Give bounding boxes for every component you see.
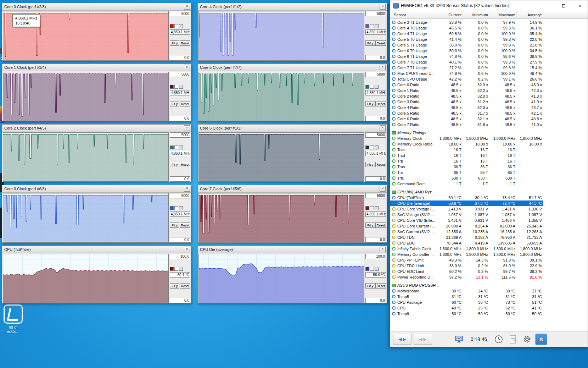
fit-y-button[interactable]: Fit y xyxy=(170,162,179,167)
series-color-swatch[interactable] xyxy=(365,206,369,210)
sensor-row[interactable]: Tcas16 T16 T16 T xyxy=(390,147,588,153)
minimize-button[interactable] xyxy=(540,0,556,11)
reset-button[interactable]: Reset xyxy=(180,283,190,289)
sensor-row[interactable]: Tras36 T36 T36 T xyxy=(390,164,588,170)
scale-min-field[interactable]: 0.0 xyxy=(365,237,386,242)
graph-window-titlebar[interactable]: Core 5 Clock (perf #7/7)× xyxy=(198,64,387,71)
reset-button[interactable]: Reset xyxy=(375,283,386,289)
graph-plot-area[interactable] xyxy=(198,193,364,242)
scale-max-field[interactable]: 5000 xyxy=(365,11,386,16)
scale-max-field[interactable]: 5000 xyxy=(170,11,190,16)
close-icon[interactable]: × xyxy=(380,247,386,252)
sensor-row[interactable]: Trfc630 T630 T630 T xyxy=(390,175,588,181)
scale-min-field[interactable]: 0.0 xyxy=(365,298,386,303)
series-color-swatch[interactable] xyxy=(365,145,369,149)
series-color-swatch[interactable] xyxy=(365,267,369,271)
sensor-row[interactable]: Temp950 °C50 °C50 °C50 °C xyxy=(390,311,588,317)
scale-min-field[interactable]: 0.0 xyxy=(365,116,386,121)
graph-plot-area[interactable] xyxy=(3,254,169,303)
sensor-row[interactable]: Core 4 T0 Usage45.5 %0.0 %99.3 %36.1 % xyxy=(390,25,588,31)
sensor-row[interactable]: Core 3 T1 Usage23.8 %0.0 %97.9 %14.9 % xyxy=(390,20,588,25)
background-color-swatch[interactable] xyxy=(370,145,374,149)
close-icon[interactable]: × xyxy=(184,4,190,10)
graph-window-titlebar[interactable]: Core 4 Clock (perf #1/2)× xyxy=(198,3,387,11)
grid-color-swatch[interactable] xyxy=(375,206,379,210)
background-color-swatch[interactable] xyxy=(370,267,374,271)
graph-plot-area[interactable] xyxy=(198,11,364,60)
close-icon[interactable]: × xyxy=(380,125,386,131)
sensor-row[interactable]: Trcd16 T16 T16 T xyxy=(390,153,588,158)
fit-y-button[interactable]: Fit y xyxy=(170,283,179,289)
close-button[interactable]: × xyxy=(572,0,588,11)
sensor-row[interactable]: Memory Controller ...1,800.0 MHz1,800.0 … xyxy=(390,252,588,257)
sensor-row[interactable]: Total CPU Usage42.2 %0.2 %99.1 %26.6 % xyxy=(390,76,588,82)
desktop-icon-game[interactable]: rld of enCo... xyxy=(1,304,26,334)
scale-min-field[interactable]: 0.0 xyxy=(365,55,386,60)
background-color-swatch[interactable] xyxy=(370,85,374,89)
column-header-minimum[interactable]: Minimum xyxy=(463,11,489,18)
close-icon[interactable]: × xyxy=(380,65,386,70)
graph-plot-area[interactable] xyxy=(3,193,169,242)
grid-color-swatch[interactable] xyxy=(375,24,379,28)
graph-window-titlebar[interactable]: Core 7 Clock (perf #5/6)× xyxy=(198,185,387,193)
reset-button[interactable]: Reset xyxy=(375,162,386,167)
close-icon[interactable]: × xyxy=(184,65,190,70)
sensor-row[interactable]: CPU Package60 °C30 °C73 °C51 °C xyxy=(390,300,588,305)
sensor-row[interactable]: Core 5 T0 Usage41.4 %0.0 %99.3 %22.0 % xyxy=(390,37,588,42)
sensor-row[interactable]: CPU49 °C25 °C62 °C41 °C xyxy=(390,305,588,311)
graph-window-titlebar[interactable]: Core 2 Clock (perf #4/5)× xyxy=(2,125,191,132)
sensor-row[interactable]: CPU EDC Limit50.2 %0.3 %99.7 %38.3 % xyxy=(390,269,588,274)
fit-y-button[interactable]: Fit y xyxy=(170,40,179,46)
sensor-row[interactable]: Core 6 Ratio48.5 x32.1 x48.5 x43.8 x xyxy=(390,116,588,122)
sensor-row[interactable]: Core 7 Ratio48.5 x31.8 x48.5 x41.0 x xyxy=(390,122,588,127)
grid-color-swatch[interactable] xyxy=(179,145,183,149)
graph-window-titlebar[interactable]: Core 1 Clock (perf #3/4)× xyxy=(2,64,191,71)
sensor-row[interactable]: Core 1 Ratio48.5 x32.2 x48.5 x42.3 x xyxy=(390,88,588,93)
background-color-swatch[interactable] xyxy=(174,24,178,28)
graph-plot-area[interactable] xyxy=(198,132,364,182)
reset-button[interactable]: Reset xyxy=(180,101,190,106)
scale-max-field[interactable]: 5000 xyxy=(170,132,190,138)
grid-color-swatch[interactable] xyxy=(179,24,183,28)
column-header-current[interactable]: Current xyxy=(437,11,463,18)
background-color-swatch[interactable] xyxy=(174,145,178,149)
scale-min-field[interactable]: 0.0 xyxy=(170,237,190,242)
sensor-row[interactable]: Temp531 °C31 °C31 °C31 °C xyxy=(390,294,588,300)
grid-color-swatch[interactable] xyxy=(179,267,183,271)
sensor-row[interactable]: Core 4 Ratio48.5 x32.3 x48.5 x43.7 x xyxy=(390,105,588,110)
graph-plot-area[interactable] xyxy=(198,72,364,121)
sensor-row[interactable]: Core 5 T1 Usage38.0 %0.0 %99.3 %21.8 % xyxy=(390,42,588,48)
series-color-swatch[interactable] xyxy=(170,85,174,89)
sensor-row[interactable]: Core 0 Ratio48.5 x32.3 x48.5 x43.0 x xyxy=(390,82,588,88)
fit-y-button[interactable]: Fit y xyxy=(365,223,375,228)
graph-window-titlebar[interactable]: CPU Die (average)× xyxy=(198,246,387,253)
sensor-section-row[interactable]: Memory Timings xyxy=(390,130,588,136)
series-color-swatch[interactable] xyxy=(170,206,174,210)
sensor-row[interactable]: SoC Current (SVI2 ...12.353 A10.235 A16.… xyxy=(390,229,588,235)
fit-y-button[interactable]: Fit y xyxy=(365,283,375,289)
scale-min-field[interactable]: 0.0 xyxy=(365,176,386,182)
sensor-row[interactable]: Max CPU/Thread U...74.8 %0.6 %100.0 %48.… xyxy=(390,71,588,76)
scale-min-field[interactable]: 0.0 xyxy=(170,116,190,121)
background-color-swatch[interactable] xyxy=(174,267,178,271)
sensor-row[interactable]: Motherboard30 °C24 °C30 °C27 °C xyxy=(390,288,588,294)
fit-y-button[interactable]: Fit y xyxy=(365,101,375,106)
close-icon[interactable]: × xyxy=(380,186,386,192)
close-icon[interactable]: × xyxy=(380,4,386,10)
graph-window-titlebar[interactable]: CPU (Tctl/Tdie)× xyxy=(2,246,191,253)
sensor-row[interactable]: SoC Voltage (SVI2 ...1.087 V1.087 V1.087… xyxy=(390,212,588,218)
sensor-row[interactable]: Memory Clock1,800.0 MHz1,800.0 MHz1,800.… xyxy=(390,136,588,141)
background-color-swatch[interactable] xyxy=(174,206,178,210)
reset-button[interactable]: Reset xyxy=(180,162,190,167)
fit-y-button[interactable]: Fit y xyxy=(170,223,179,228)
sensor-row[interactable]: CPU (Tctl/Tdie)60.1 °C30.4 °C73.4 °C51.7… xyxy=(390,195,588,201)
scale-max-field[interactable]: 100.0 xyxy=(365,254,386,259)
close-icon[interactable]: × xyxy=(184,247,190,252)
sensor-row[interactable]: Core 6 T1 Usage74.8 %0.0 %98.6 %38.9 % xyxy=(390,54,588,59)
reset-button[interactable]: Reset xyxy=(375,40,386,46)
graph-plot-area[interactable] xyxy=(3,132,169,182)
sensor-section-row[interactable]: ASUS ROG CROSSH... xyxy=(390,282,588,288)
fit-y-button[interactable]: Fit y xyxy=(365,40,375,46)
report-button[interactable] xyxy=(507,334,519,345)
scale-min-field[interactable]: 0.0 xyxy=(170,298,190,303)
